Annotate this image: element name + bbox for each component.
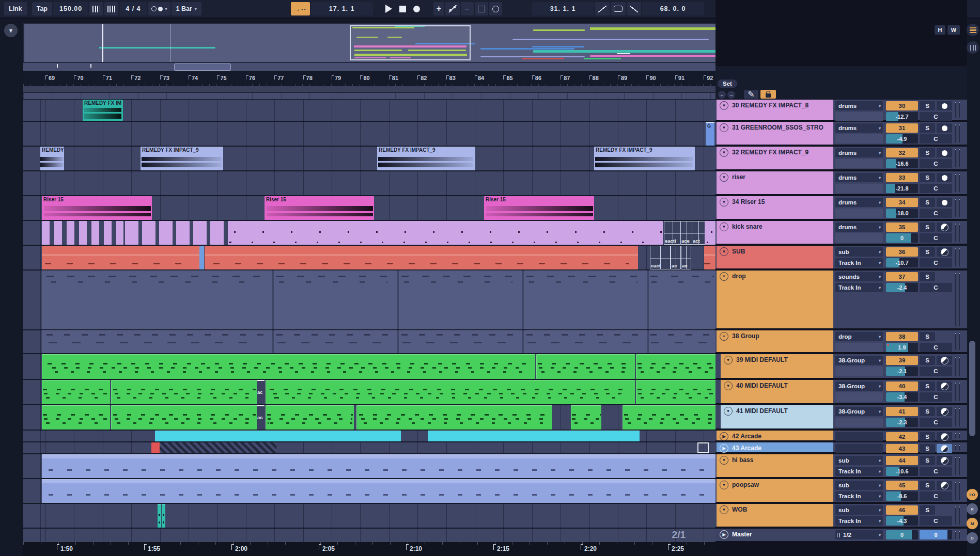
lane-wob[interactable]: [23, 504, 715, 528]
track-name-cell[interactable]: ▼41 MIDI DEFAULT: [721, 405, 833, 428]
routing-select[interactable]: sub▾: [835, 505, 883, 515]
clip-green[interactable]: [42, 380, 110, 404]
menu-button[interactable]: [967, 24, 979, 36]
track-header-hi-bass[interactable]: ▼hi basssub▾44STrack In▾-10.6C: [715, 454, 967, 478]
track-number-badge[interactable]: 46: [886, 505, 918, 515]
clip-redclip[interactable]: [151, 442, 160, 453]
clip-muted[interactable]: [42, 271, 272, 329]
clip-green[interactable]: [42, 405, 110, 430]
track-name-cell[interactable]: ≡drop: [717, 271, 833, 328]
volume-field[interactable]: -8.6: [886, 491, 918, 501]
clip-muted[interactable]: [274, 271, 397, 329]
track-header-40-midi-default[interactable]: ▼40 MIDI DEFAULT38-Group▾40S-3.4C: [715, 380, 967, 404]
routing-select[interactable]: sub▾: [835, 481, 883, 490]
solo-button[interactable]: S: [920, 332, 935, 341]
track-number-badge[interactable]: 33: [886, 173, 918, 182]
clip-green[interactable]: [636, 354, 716, 379]
track-name-cell[interactable]: ▼32 REMEDY FX IMPACT_9: [717, 147, 833, 169]
solo-button[interactable]: S: [920, 148, 935, 157]
solo-button[interactable]: S: [920, 382, 935, 391]
optimize-height-button[interactable]: H: [935, 25, 945, 35]
clip-muted2[interactable]: [399, 330, 522, 353]
clip-riser-15[interactable]: Riser 15: [484, 196, 594, 220]
arm-button[interactable]: [937, 198, 952, 207]
track-number-badge[interactable]: 44: [886, 456, 918, 465]
monitor-select[interactable]: [835, 209, 883, 218]
clip-peri[interactable]: [42, 454, 715, 478]
clip-lavslats[interactable]: [42, 221, 123, 245]
track-header-42-arcade[interactable]: ▶42 Arcade42S: [715, 431, 967, 441]
track-name-cell[interactable]: ▼kick snare: [717, 221, 833, 244]
solo-button[interactable]: S: [920, 247, 935, 257]
arm-button[interactable]: [937, 123, 952, 133]
clip-tealmini[interactable]: [162, 504, 165, 528]
freeze-button[interactable]: [937, 356, 952, 365]
track-header-38-group[interactable]: ≡38 Groupdrop▾38S1.9C: [715, 330, 967, 353]
volume-field[interactable]: -16.6: [886, 159, 918, 168]
clip-green[interactable]: [623, 405, 716, 430]
track-name-cell[interactable]: ▶Master: [717, 529, 833, 541]
volume-field[interactable]: -2.3: [886, 418, 918, 427]
freeze-button[interactable]: [937, 444, 952, 453]
track-name-cell[interactable]: ▼31 GREENROOM_SSOS_STRO: [717, 122, 833, 145]
track-header-poopsaw[interactable]: ▼poopsawsub▾45STrack In▾-8.6C: [715, 479, 967, 503]
lane-41-midi-default[interactable]: ac: [23, 405, 715, 430]
unfold-icon[interactable]: ▼: [720, 223, 728, 231]
monitor-select[interactable]: [835, 112, 883, 121]
track-header-wob[interactable]: ▼WOBsub▾46STrack In▾-4.3C: [715, 504, 967, 528]
monitor-select[interactable]: [835, 343, 883, 352]
monitor-select[interactable]: [835, 392, 883, 402]
back-arrow-button[interactable]: ←: [718, 91, 726, 99]
track-name-cell[interactable]: ▼poopsaw: [717, 479, 833, 502]
play-icon[interactable]: ▶: [720, 432, 728, 441]
unfold-icon[interactable]: ▼: [724, 356, 733, 364]
crossfade-button[interactable]: C: [920, 258, 952, 267]
clip-muted[interactable]: [399, 271, 522, 329]
track-number-badge[interactable]: 45: [886, 481, 918, 490]
routing-select[interactable]: drums▾: [835, 223, 883, 232]
track-header-riser[interactable]: ▼riserdrums▾33S-21.8C: [715, 171, 967, 195]
unfold-icon[interactable]: ▼: [724, 382, 733, 390]
clip-muted[interactable]: [649, 271, 715, 329]
monitor-select[interactable]: [835, 159, 883, 168]
clip-cyan[interactable]: [428, 431, 640, 441]
track-name-cell[interactable]: ▼riser: [717, 171, 833, 194]
unfold-icon[interactable]: ▼: [720, 123, 728, 132]
clip-remedy-fx-impact-9[interactable]: REMEDY FX IMPACT_9: [141, 147, 223, 170]
freeze-button[interactable]: [937, 481, 952, 490]
lane-43-arcade[interactable]: [23, 442, 715, 453]
lane-drop[interactable]: [23, 271, 715, 329]
track-number-badge[interactable]: 34: [886, 198, 918, 207]
clip-act[interactable]: act: [692, 221, 705, 245]
clip-lavslats2[interactable]: [125, 221, 226, 245]
solo-button[interactable]: S: [920, 272, 935, 281]
solo-button[interactable]: S: [920, 356, 935, 365]
solo-button[interactable]: S: [920, 456, 935, 465]
clip-green[interactable]: [571, 405, 601, 430]
lock-envelopes-button[interactable]: [760, 90, 776, 99]
track-name-cell[interactable]: ▼30 REMEDY FX IMPACT_8: [717, 100, 833, 120]
track-number-badge[interactable]: 38: [886, 332, 918, 341]
track-number-badge[interactable]: 41: [886, 407, 918, 416]
unfold-icon[interactable]: ▼: [720, 148, 728, 157]
track-header-41-midi-default[interactable]: ▼41 MIDI DEFAULT38-Group▾41S-2.3C: [715, 405, 967, 430]
volume-field[interactable]: -21.8: [886, 184, 918, 193]
monitor-select[interactable]: [835, 367, 883, 376]
clip-ace[interactable]: ace: [680, 221, 692, 245]
freeze-button[interactable]: [937, 407, 952, 416]
clip-green[interactable]: [111, 405, 257, 430]
crossfade-button[interactable]: C: [920, 184, 952, 193]
lane-sub[interactable]: eactacac: [23, 246, 715, 269]
volume-field[interactable]: -4.9: [886, 134, 918, 144]
track-header-sub[interactable]: ▼SUBsub▾36STrack In▾-10.7C: [715, 246, 967, 269]
vertical-scrollbar[interactable]: [969, 341, 975, 436]
track-name-cell[interactable]: ▶43 Arcade: [717, 442, 833, 452]
lane-30-remedy-fx-impact-8[interactable]: REMEDY FX IM: [23, 100, 715, 121]
clip-riser-15[interactable]: Riser 15: [42, 196, 152, 220]
track-header-drop[interactable]: ≡dropsounds▾37STrack In▾-2.4C: [715, 271, 967, 329]
volume-field[interactable]: 0: [886, 233, 918, 243]
unfold-icon[interactable]: ▼: [720, 456, 728, 465]
clip-remedy-fx-im[interactable]: REMEDY FX IM: [83, 100, 123, 121]
clip-green[interactable]: [111, 380, 257, 404]
mixer-view-button[interactable]: [967, 41, 979, 54]
